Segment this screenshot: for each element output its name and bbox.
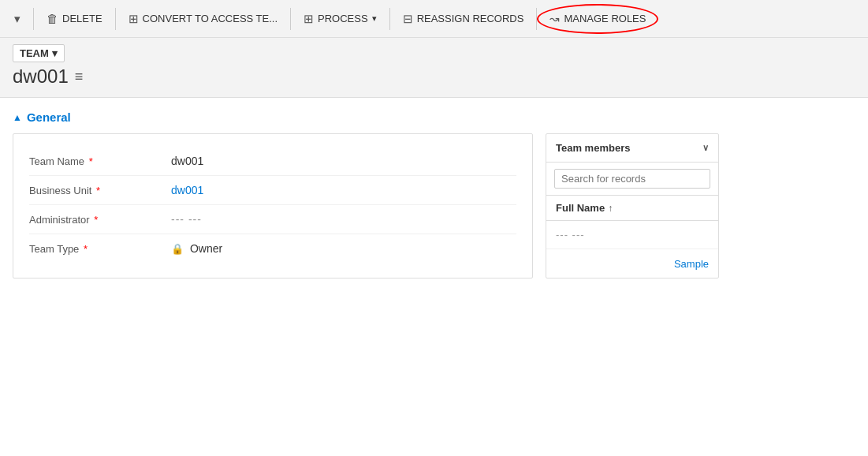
delete-button[interactable]: 🗑 DELETE: [39, 7, 110, 30]
panel-footer: Sample: [546, 249, 718, 278]
lock-icon: 🔒: [171, 243, 184, 255]
process-label: PROCESS: [318, 13, 368, 24]
form-card: Team Name * dw001 Business Unit * dw001 …: [13, 133, 533, 278]
member-placeholder: --- ---: [556, 229, 585, 241]
panel-header: Team members ∨: [546, 134, 718, 163]
value-team-name: dw001: [171, 155, 203, 167]
team-badge-dropdown-icon: ▾: [52, 47, 58, 59]
label-team-type: Team Type *: [29, 243, 171, 255]
form-row-administrator: Administrator * --- ---: [29, 205, 516, 234]
record-name: dw001: [13, 65, 69, 88]
reassign-label: REASSIGN RECORDS: [417, 13, 524, 24]
section-chevron-icon: ▲: [13, 112, 22, 123]
separator-3: [290, 8, 291, 30]
more-options-button[interactable]: ▾: [6, 7, 28, 31]
panel-col-header: Full Name ↑: [546, 196, 718, 221]
convert-label: CONVERT TO ACCESS TE...: [143, 13, 278, 24]
required-marker-2: *: [96, 185, 100, 196]
panel-header-chevron-icon[interactable]: ∨: [702, 143, 709, 153]
panel-search: [546, 163, 718, 196]
panel-member-row: --- ---: [546, 221, 718, 249]
sample-link[interactable]: Sample: [674, 258, 709, 270]
separator-1: [33, 8, 34, 30]
team-badge-label: TEAM: [20, 47, 49, 59]
required-marker-4: *: [84, 243, 88, 255]
separator-5: [536, 8, 537, 30]
value-administrator[interactable]: --- ---: [171, 213, 202, 226]
label-team-name: Team Name *: [29, 155, 171, 167]
col-header-label: Full Name: [556, 202, 605, 214]
form-row-team-type: Team Type * 🔒 Owner: [29, 234, 516, 263]
form-area: Team Name * dw001 Business Unit * dw001 …: [13, 133, 855, 278]
form-row-team-name: Team Name * dw001: [29, 147, 516, 176]
process-icon: ⊞: [304, 12, 314, 26]
record-header: TEAM ▾ dw001 ≡: [0, 38, 868, 98]
label-business-unit: Business Unit *: [29, 185, 171, 196]
reassign-icon: ⊟: [403, 12, 413, 26]
required-marker: *: [89, 155, 93, 167]
more-icon: ▾: [14, 12, 20, 26]
separator-4: [389, 8, 390, 30]
value-business-unit[interactable]: dw001: [171, 184, 203, 196]
main-content: ▲ General Team Name * dw001 Business Uni…: [0, 98, 868, 291]
delete-icon: 🗑: [47, 12, 58, 25]
sort-ascending-icon[interactable]: ↑: [608, 203, 613, 214]
toolbar: ▾ 🗑 DELETE ⊞ CONVERT TO ACCESS TE... ⊞ P…: [0, 0, 868, 38]
reassign-button[interactable]: ⊟ REASSIGN RECORDS: [395, 7, 532, 31]
convert-icon: ⊞: [129, 12, 139, 26]
team-members-panel: Team members ∨ Full Name ↑ --- --- Sampl…: [546, 133, 719, 278]
required-marker-3: *: [94, 214, 98, 226]
manage-roles-icon: ↝: [549, 12, 560, 26]
label-administrator: Administrator *: [29, 214, 171, 226]
section-title: General: [27, 110, 71, 124]
general-section-header: ▲ General: [13, 110, 855, 124]
delete-label: DELETE: [62, 13, 102, 24]
convert-button[interactable]: ⊞ CONVERT TO ACCESS TE...: [121, 7, 285, 31]
manage-roles-button[interactable]: ↝ MANAGE ROLES: [542, 7, 654, 31]
search-input[interactable]: [554, 169, 710, 189]
hamburger-icon[interactable]: ≡: [75, 69, 84, 85]
form-row-business-unit: Business Unit * dw001: [29, 176, 516, 205]
process-dropdown-icon: ▾: [372, 13, 377, 24]
process-button[interactable]: ⊞ PROCESS ▾: [296, 7, 385, 31]
record-title: dw001 ≡: [13, 65, 855, 88]
separator-2: [115, 8, 116, 30]
panel-header-label: Team members: [556, 142, 630, 154]
team-badge[interactable]: TEAM ▾: [13, 44, 65, 62]
manage-roles-label: MANAGE ROLES: [564, 13, 646, 24]
value-team-type: 🔒 Owner: [171, 242, 222, 255]
